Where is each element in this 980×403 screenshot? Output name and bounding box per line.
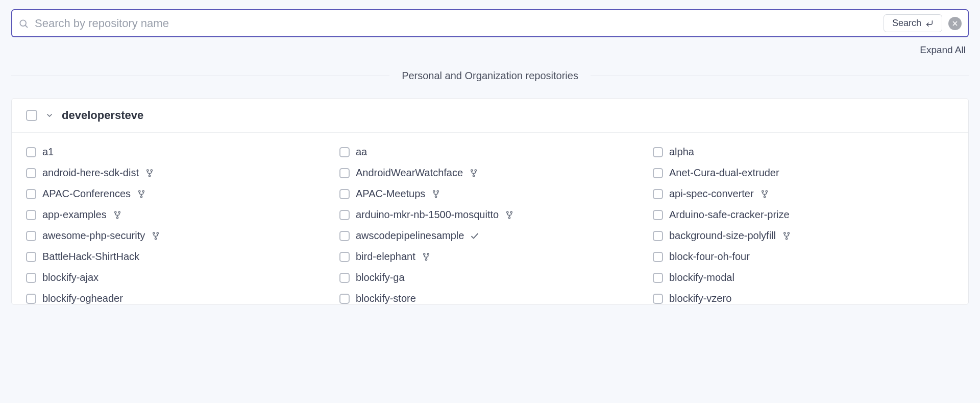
repo-checkbox[interactable]	[26, 147, 36, 157]
owner-select-all-checkbox[interactable]	[26, 110, 37, 121]
repo-item: bird-elephant	[339, 251, 641, 263]
repo-name[interactable]: blockify-modal	[669, 272, 734, 283]
repo-name[interactable]: Anet-Cura-dual-extruder	[669, 167, 779, 179]
repo-item: app-examples	[26, 209, 327, 221]
fork-icon	[505, 210, 514, 220]
check-icon	[470, 231, 479, 241]
repo-checkbox[interactable]	[26, 210, 36, 220]
clear-search-button[interactable]	[948, 17, 962, 30]
repo-name[interactable]: android-here-sdk-dist	[42, 167, 139, 179]
chevron-down-icon[interactable]	[45, 111, 54, 120]
repo-checkbox[interactable]	[26, 294, 36, 304]
section-divider: Personal and Organization repositories	[11, 70, 969, 82]
repo-name[interactable]: blockify-ogheader	[42, 293, 123, 304]
section-label: Personal and Organization repositories	[402, 70, 578, 82]
repo-name[interactable]: Arduino-safe-cracker-prize	[669, 209, 790, 221]
search-input[interactable]	[35, 17, 877, 30]
repo-checkbox[interactable]	[339, 189, 350, 199]
repo-checkbox[interactable]	[653, 210, 663, 220]
repo-name[interactable]: awscodepipelinesample	[356, 230, 464, 242]
repo-checkbox[interactable]	[653, 294, 663, 304]
repo-checkbox[interactable]	[26, 252, 36, 262]
fork-icon	[422, 252, 431, 262]
expand-all-button[interactable]: Expand All	[920, 44, 966, 56]
fork-icon	[113, 210, 122, 220]
repo-name[interactable]: app-examples	[42, 209, 107, 221]
repo-item: background-size-polyfill	[653, 230, 954, 242]
repo-item: blockify-ga	[339, 272, 641, 283]
repo-name[interactable]: alpha	[669, 146, 694, 158]
repo-item: BattleHack-ShirtHack	[26, 251, 327, 263]
repo-name[interactable]: api-spec-converter	[669, 188, 754, 200]
search-button[interactable]: Search	[884, 14, 942, 32]
repo-name[interactable]: APAC-Meetups	[356, 188, 425, 200]
repo-name[interactable]: arduino-mkr-nb-1500-mosquitto	[356, 209, 499, 221]
svg-line-1	[26, 25, 28, 27]
repo-name[interactable]: bird-elephant	[356, 251, 415, 263]
fork-icon	[431, 189, 440, 199]
repo-item: Anet-Cura-dual-extruder	[653, 167, 954, 179]
repo-item: blockify-modal	[653, 272, 954, 283]
repo-checkbox[interactable]	[339, 147, 350, 157]
owner-panel-header: developersteve	[12, 99, 968, 133]
repo-name[interactable]: blockify-ajax	[42, 272, 99, 283]
repo-name[interactable]: AndroidWearWatchface	[356, 167, 463, 179]
repo-checkbox[interactable]	[653, 168, 663, 178]
fork-icon	[760, 189, 769, 199]
repo-checkbox[interactable]	[339, 273, 350, 283]
divider-line-right	[591, 76, 969, 76]
repo-item: blockify-store	[339, 293, 641, 304]
repo-checkbox[interactable]	[26, 273, 36, 283]
repo-checkbox[interactable]	[653, 252, 663, 262]
enter-icon	[925, 19, 934, 28]
owner-panel: developersteve a1aaalphaandroid-here-sdk…	[11, 98, 969, 305]
repo-name[interactable]: blockify-vzero	[669, 293, 731, 304]
repo-name[interactable]: APAC-Conferences	[42, 188, 131, 200]
repo-item: alpha	[653, 146, 954, 158]
repo-item: blockify-ogheader	[26, 293, 327, 304]
repo-name[interactable]: awesome-php-security	[42, 230, 145, 242]
repo-item: a1	[26, 146, 327, 158]
fork-icon	[137, 189, 146, 199]
expand-row: Expand All	[11, 37, 969, 56]
repo-checkbox[interactable]	[339, 252, 350, 262]
divider-line-left	[11, 76, 389, 76]
repo-checkbox[interactable]	[653, 189, 663, 199]
repo-checkbox[interactable]	[26, 231, 36, 241]
repo-checkbox[interactable]	[653, 273, 663, 283]
repo-checkbox[interactable]	[653, 231, 663, 241]
repo-item: APAC-Conferences	[26, 188, 327, 200]
repo-item: android-here-sdk-dist	[26, 167, 327, 179]
repo-name[interactable]: background-size-polyfill	[669, 230, 776, 242]
repo-checkbox[interactable]	[339, 210, 350, 220]
search-icon	[18, 18, 29, 29]
fork-icon	[782, 231, 791, 241]
repo-checkbox[interactable]	[26, 168, 36, 178]
repo-name[interactable]: BattleHack-ShirtHack	[42, 251, 139, 263]
repo-item: blockify-ajax	[26, 272, 327, 283]
repo-name[interactable]: a1	[42, 146, 54, 158]
search-bar: Search	[11, 9, 969, 37]
owner-name: developersteve	[62, 109, 143, 122]
repo-name[interactable]: blockify-ga	[356, 272, 405, 283]
repo-item: APAC-Meetups	[339, 188, 641, 200]
repo-grid: a1aaalphaandroid-here-sdk-distAndroidWea…	[12, 133, 968, 304]
fork-icon	[151, 231, 160, 241]
repo-name[interactable]: blockify-store	[356, 293, 416, 304]
close-icon	[951, 20, 959, 27]
search-button-label: Search	[892, 18, 921, 29]
repo-checkbox[interactable]	[653, 147, 663, 157]
fork-icon	[469, 169, 478, 178]
repo-checkbox[interactable]	[26, 189, 36, 199]
repo-checkbox[interactable]	[339, 168, 350, 178]
repo-item: Arduino-safe-cracker-prize	[653, 209, 954, 221]
repo-item: api-spec-converter	[653, 188, 954, 200]
repo-item: awscodepipelinesample	[339, 230, 641, 242]
repo-item: blockify-vzero	[653, 293, 954, 304]
repo-checkbox[interactable]	[339, 231, 350, 241]
repo-name[interactable]: block-four-oh-four	[669, 251, 750, 263]
repo-item: block-four-oh-four	[653, 251, 954, 263]
repo-checkbox[interactable]	[339, 294, 350, 304]
repo-item: AndroidWearWatchface	[339, 167, 641, 179]
repo-name[interactable]: aa	[356, 146, 367, 158]
